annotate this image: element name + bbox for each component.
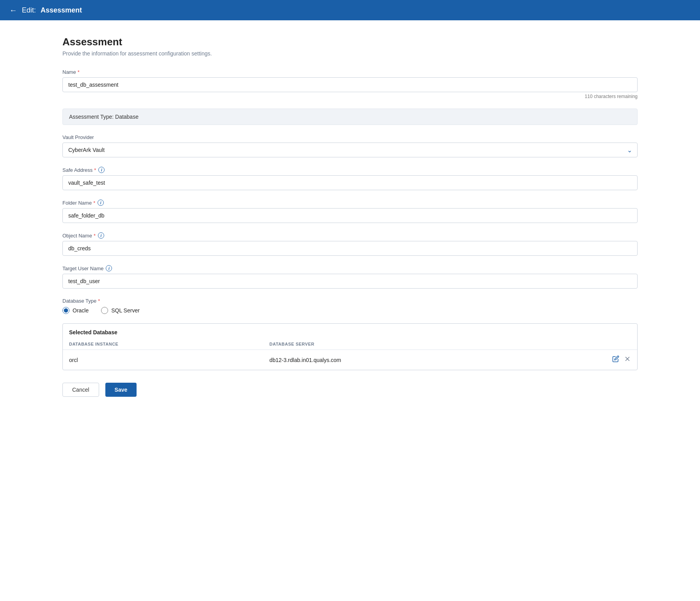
save-button[interactable]: Save [105, 383, 137, 397]
target-user-name-input[interactable] [62, 274, 638, 289]
target-user-name-label: Target User Name i [62, 265, 638, 271]
page-subtitle: Provide the information for assessment c… [62, 50, 638, 57]
selected-database-container: Selected Database DATABASE INSTANCE DATA… [62, 323, 638, 370]
vault-provider-label: Vault Provider [62, 134, 638, 140]
table-header-row: DATABASE INSTANCE DATABASE SERVER [63, 339, 637, 350]
folder-name-input[interactable] [62, 208, 638, 223]
selected-database-title: Selected Database [63, 324, 637, 339]
safe-address-input[interactable] [62, 175, 638, 190]
edit-icon[interactable] [612, 355, 619, 364]
db-actions-cell [536, 350, 637, 370]
target-user-name-info-icon[interactable]: i [106, 265, 112, 271]
button-row: Cancel Save [62, 383, 638, 397]
header: ← Edit: Assessment [0, 0, 700, 20]
name-field-group: Name * 110 characters remaining [62, 69, 638, 99]
db-server-cell: db12-3.rdlab.in01.qualys.com [263, 350, 536, 370]
vault-provider-group: Vault Provider CyberArk Vault HashiCorp … [62, 134, 638, 157]
database-type-required-star: * [98, 298, 100, 304]
vault-provider-select[interactable]: CyberArk Vault HashiCorp Vault None [62, 143, 638, 157]
back-button[interactable]: ← [9, 6, 17, 15]
object-name-label: Object Name * i [62, 232, 638, 239]
col-header-actions [536, 339, 637, 350]
folder-name-label: Folder Name * i [62, 200, 638, 206]
table-row: orcl db12-3.rdlab.in01.qualys.com [63, 350, 637, 370]
radio-sqlserver-text: SQL Server [111, 307, 140, 314]
name-input[interactable] [62, 77, 638, 92]
radio-sqlserver[interactable] [101, 307, 108, 314]
database-type-radio-group: Oracle SQL Server [62, 307, 638, 314]
char-remaining: 110 characters remaining [62, 94, 638, 99]
folder-name-required-star: * [93, 200, 95, 206]
radio-oracle[interactable] [62, 307, 69, 314]
db-instance-cell: orcl [63, 350, 263, 370]
target-user-name-group: Target User Name i [62, 265, 638, 289]
database-table-body: orcl db12-3.rdlab.in01.qualys.com [63, 350, 637, 370]
object-name-info-icon[interactable]: i [98, 232, 104, 239]
object-name-input[interactable] [62, 241, 638, 256]
col-header-server: DATABASE SERVER [263, 339, 536, 350]
name-required-star: * [78, 69, 80, 75]
header-edit-prefix: Edit: [22, 6, 36, 14]
radio-oracle-text: Oracle [73, 307, 89, 314]
cancel-button[interactable]: Cancel [62, 383, 99, 397]
delete-icon[interactable] [624, 355, 631, 364]
database-type-group: Database Type * Oracle SQL Server [62, 298, 638, 314]
selected-database-table: DATABASE INSTANCE DATABASE SERVER orcl d… [63, 339, 637, 370]
page-title: Assessment [62, 36, 638, 48]
folder-name-info-icon[interactable]: i [98, 200, 104, 206]
col-header-instance: DATABASE INSTANCE [63, 339, 263, 350]
vault-provider-select-wrapper: CyberArk Vault HashiCorp Vault None ⌄ [62, 143, 638, 157]
safe-address-label: Safe Address * i [62, 167, 638, 173]
folder-name-group: Folder Name * i [62, 200, 638, 223]
db-action-buttons [542, 355, 631, 364]
safe-address-group: Safe Address * i [62, 167, 638, 190]
safe-address-required-star: * [94, 167, 96, 173]
main-content: Assessment Provide the information for a… [0, 20, 700, 601]
header-title: Assessment [41, 6, 82, 14]
radio-oracle-label[interactable]: Oracle [62, 307, 89, 314]
object-name-group: Object Name * i [62, 232, 638, 256]
safe-address-info-icon[interactable]: i [98, 167, 105, 173]
database-type-label: Database Type * [62, 298, 638, 304]
radio-sqlserver-label[interactable]: SQL Server [101, 307, 140, 314]
assessment-type-badge: Assessment Type: Database [62, 109, 638, 125]
name-label: Name * [62, 69, 638, 75]
object-name-required-star: * [94, 233, 96, 239]
